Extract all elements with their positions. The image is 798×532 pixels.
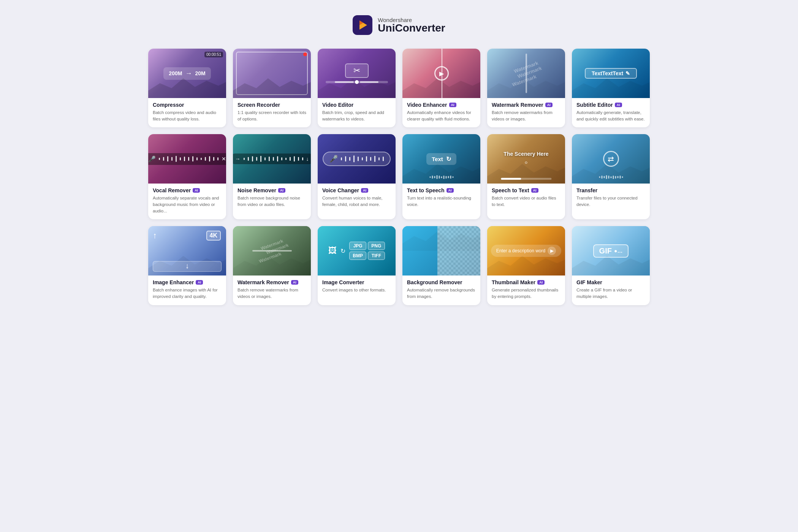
- card-thumbnail: 🖼 ↻ JPG PNG BMP TIFF: [318, 226, 396, 276]
- card-subtitle-editor[interactable]: TextTextText ✎ Subtitle Editor AI Automa…: [572, 49, 650, 127]
- card-thumbnail: Text ↻: [402, 134, 480, 184]
- card-title-row: Watermark Remover AI: [238, 279, 306, 285]
- card-desc: Turn text into a realistic-sounding voic…: [407, 195, 476, 207]
- card-thumbnail: TextTextText ✎: [572, 49, 650, 98]
- card-thumbnail: 00:00:51 200M → 20M: [148, 49, 226, 98]
- card-speech-to-text[interactable]: The Scenery Here ⚬ Speech to Text AI Bat…: [487, 134, 565, 219]
- card-thumbnail: ⇄: [572, 134, 650, 184]
- card-voice-changer[interactable]: 🎤 Voice Changer AI Convert human voices …: [318, 134, 396, 219]
- card-desc: Transfer files to your connected device.: [576, 195, 645, 207]
- card-title-row: Video Enhancer AI: [407, 102, 476, 108]
- card-thumbnail: The Scenery Here ⚬: [487, 134, 565, 184]
- card-bg-remover[interactable]: Background Remover Automatically remove …: [402, 226, 480, 305]
- card-desc: Create a GIF from a video or multiple im…: [576, 287, 645, 299]
- card-video-editor[interactable]: ✂ Video Editor Batch trim, crop, speed a…: [318, 49, 396, 127]
- card-screen-recorder[interactable]: Screen Recorder 1:1 quality screen recor…: [233, 49, 311, 127]
- card-title: Screen Recorder: [238, 102, 280, 108]
- ai-badge: AI: [537, 280, 545, 285]
- card-desc: Automatically enhance videos for clearer…: [407, 109, 476, 122]
- card-title-row: Background Remover: [407, 279, 476, 285]
- ai-badge: AI: [361, 188, 368, 193]
- card-title-row: Subtitle Editor AI: [576, 102, 645, 108]
- card-title-row: Screen Recorder: [238, 102, 306, 108]
- ai-badge: AI: [196, 280, 203, 285]
- card-info: Background Remover Automatically remove …: [402, 276, 480, 305]
- card-title: Thumbnail Maker: [492, 279, 535, 285]
- card-info: Screen Recorder 1:1 quality screen recor…: [233, 98, 311, 127]
- card-title: Vocal Remover: [153, 187, 191, 193]
- card-desc: Batch remove watermarks from videos or i…: [238, 287, 306, 299]
- card-info: Image Enhancer AI Batch enhance images w…: [148, 276, 226, 305]
- ai-badge: AI: [545, 103, 553, 107]
- card-info: Speech to Text AI Batch convert video or…: [487, 184, 565, 213]
- card-thumbnail: [233, 49, 311, 98]
- card-title: Video Editor: [322, 102, 353, 108]
- ai-badge: AI: [291, 280, 298, 285]
- card-desc: Batch compress video and audio files wit…: [153, 109, 222, 122]
- card-title-row: Image Converter: [322, 279, 391, 285]
- card-desc: Convert images to other formats.: [322, 287, 391, 293]
- card-compressor[interactable]: 00:00:51 200M → 20M Compressor Batch com…: [148, 49, 226, 127]
- card-desc: Batch trim, crop, speed and add watermar…: [322, 109, 391, 122]
- card-title: Voice Changer: [322, 187, 359, 193]
- card-title: Image Enhancer: [153, 279, 194, 285]
- card-title: Image Converter: [322, 279, 364, 285]
- card-title: Compressor: [153, 102, 184, 108]
- card-thumbnail: Enter a description word ▶: [487, 226, 565, 276]
- card-title-row: Noise Remover AI: [238, 187, 306, 193]
- card-thumbnail: 🎤: [318, 134, 396, 184]
- card-info: Watermark Remover AI Batch remove waterm…: [487, 98, 565, 127]
- card-title: Watermark Remover: [238, 279, 289, 285]
- ai-badge: AI: [531, 188, 538, 193]
- card-text-to-speech[interactable]: Text ↻ Text to Speech AI Turn text into …: [402, 134, 480, 219]
- card-info: GIF Maker Create a GIF from a video or m…: [572, 276, 650, 305]
- header: Wondershare UniConverter: [15, 11, 783, 35]
- card-desc: Batch remove background noise from video…: [238, 195, 306, 207]
- card-title-row: GIF Maker: [576, 279, 645, 285]
- card-watermark-remover[interactable]: Watermark Watermark Watermark Watermark …: [487, 49, 565, 127]
- card-gif-maker[interactable]: GIF ●… GIF Maker Create a GIF from a vid…: [572, 226, 650, 305]
- card-info: Subtitle Editor AI Automatically generat…: [572, 98, 650, 127]
- card-vocal-remover[interactable]: 🎤 ✕ Vocal Remover AI Automatically separ…: [148, 134, 226, 219]
- cards-grid: 00:00:51 200M → 20M Compressor Batch com…: [148, 49, 650, 305]
- card-info: Text to Speech AI Turn text into a reali…: [402, 184, 480, 213]
- card-title: Video Enhancer: [407, 102, 447, 108]
- ai-badge: AI: [615, 103, 622, 107]
- ai-badge: AI: [278, 188, 285, 193]
- card-title: Watermark Remover: [492, 102, 543, 108]
- card-thumbnail: 🎤 ✕: [148, 134, 226, 184]
- card-desc: Batch enhance images with AI for improve…: [153, 287, 222, 299]
- ai-badge: AI: [449, 103, 456, 107]
- card-title-row: Compressor: [153, 102, 222, 108]
- product-name: UniConverter: [378, 23, 445, 33]
- card-info: Voice Changer AI Convert human voices to…: [318, 184, 396, 213]
- logo-row: Wondershare UniConverter: [353, 15, 445, 35]
- card-info: Video Editor Batch trim, crop, speed and…: [318, 98, 396, 127]
- card-info: Image Converter Convert images to other …: [318, 276, 396, 299]
- card-title: Speech to Text: [492, 187, 529, 193]
- card-desc: Batch remove watermarks from videos or i…: [492, 109, 560, 122]
- card-desc: Automatically remove backgrounds from im…: [407, 287, 476, 299]
- card-info: Noise Remover AI Batch remove background…: [233, 184, 311, 213]
- card-title-row: Voice Changer AI: [322, 187, 391, 193]
- card-thumbnail: ↑ 4K ↓: [148, 226, 226, 276]
- card-title: Noise Remover: [238, 187, 276, 193]
- card-title: GIF Maker: [576, 279, 602, 285]
- card-transfer[interactable]: ⇄ Transfer Transfer files to your connec…: [572, 134, 650, 219]
- card-watermark-remover2[interactable]: Watermark Watermark Watermark Watermark …: [233, 226, 311, 305]
- card-title-row: Vocal Remover AI: [153, 187, 222, 193]
- card-thumbnail: Watermark Watermark Watermark: [487, 49, 565, 98]
- card-image-enhancer[interactable]: ↑ 4K ↓ Image Enhancer AI Batch enhance i…: [148, 226, 226, 305]
- card-desc: Batch convert video or audio files to te…: [492, 195, 560, 207]
- card-info: Vocal Remover AI Automatically separate …: [148, 184, 226, 219]
- card-title: Background Remover: [407, 279, 462, 285]
- card-thumbnail: [402, 226, 480, 276]
- card-thumbnail-maker[interactable]: Enter a description word ▶ Thumbnail Mak…: [487, 226, 565, 305]
- card-title-row: Watermark Remover AI: [492, 102, 560, 108]
- card-title: Transfer: [576, 187, 597, 193]
- card-title-row: Speech to Text AI: [492, 187, 560, 193]
- card-noise-remover[interactable]: → ↓ Noise Remover AI Batch remove backgr…: [233, 134, 311, 219]
- card-image-converter[interactable]: 🖼 ↻ JPG PNG BMP TIFF Image Converter Con…: [318, 226, 396, 305]
- card-video-enhancer[interactable]: ▶ Video Enhancer AI Automatically enhanc…: [402, 49, 480, 127]
- card-title: Text to Speech: [407, 187, 445, 193]
